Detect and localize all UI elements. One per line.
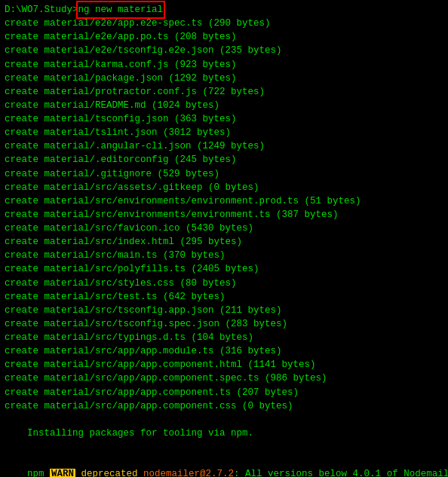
create-label: create <box>5 387 44 398</box>
file-path: material/src/environments/environment.pr… <box>44 196 299 206</box>
file-size: (1292 bytes) <box>163 73 237 84</box>
file-size: (295 bytes) <box>174 237 242 247</box>
file-size: (235 bytes) <box>214 45 282 56</box>
create-line: create material/src/app/app.component.sp… <box>5 372 443 385</box>
create-line: create material/src/test.ts (642 bytes) <box>5 290 443 304</box>
file-size: (0 bytes) <box>237 401 293 411</box>
file-path: material/src/main.ts <box>44 250 158 261</box>
file-size: (2405 bytes) <box>186 264 259 274</box>
create-line: create material/src/styles.css (80 bytes… <box>5 277 443 290</box>
create-label: create <box>5 278 44 289</box>
create-label: create <box>5 332 44 343</box>
file-path: material/src/polyfills.ts <box>44 264 186 274</box>
create-line: create material/e2e/app.e2e-spec.ts (290… <box>5 17 443 30</box>
file-path: material/src/assets/.gitkeep <box>44 182 203 193</box>
create-label: create <box>5 250 44 261</box>
file-size: (51 bytes) <box>299 196 361 206</box>
prompt-path: D:\WO7.Study> <box>5 3 78 17</box>
create-line: create material/src/environments/environ… <box>5 208 443 222</box>
file-path: material/package.json <box>44 73 164 84</box>
file-path: material/e2e/app.po.ts <box>44 32 169 42</box>
file-path: material/src/typings.d.ts <box>44 332 186 343</box>
create-line: create material/e2e/tsconfig.e2e.json (2… <box>5 44 443 57</box>
create-line: create material/tsconfig.json (363 bytes… <box>5 112 443 126</box>
create-line: create material/tslint.json (3012 bytes) <box>5 126 443 139</box>
create-label: create <box>5 32 44 42</box>
file-path: material/protractor.conf.js <box>44 87 198 97</box>
file-size: (3012 bytes) <box>158 127 232 138</box>
file-size: (1024 bytes) <box>146 100 220 111</box>
file-size: (211 bytes) <box>214 305 282 316</box>
create-line: create material/src/app/app.component.ts… <box>5 386 443 399</box>
command-text: ng new material <box>78 3 164 17</box>
create-label: create <box>5 100 44 111</box>
file-size: (363 bytes) <box>169 114 237 124</box>
create-line: create material/src/app/app.component.cs… <box>5 399 443 413</box>
warn-pkgname-1: nodemailer@2.7.2 <box>143 469 234 477</box>
file-path: material/karma.conf.js <box>44 60 169 70</box>
file-path: material/e2e/app.e2e-spec.ts <box>44 18 203 29</box>
file-path: material/src/app/app.component.html <box>44 359 243 370</box>
file-size: (1249 bytes) <box>192 141 265 151</box>
create-line: create material/src/app/app.module.ts (3… <box>5 344 443 358</box>
create-label: create <box>5 373 44 384</box>
file-path: material/src/tsconfig.app.json <box>44 305 214 316</box>
file-size: (387 bytes) <box>271 209 339 220</box>
file-size: (529 bytes) <box>152 169 219 179</box>
warn-pkg-1: deprecated <box>75 469 143 477</box>
create-line: create material/src/assets/.gitkeep (0 b… <box>5 181 443 194</box>
prompt-line: D:\WO7.Study>ng new material <box>5 3 443 17</box>
create-label: create <box>5 292 44 302</box>
create-label: create <box>5 305 44 316</box>
file-path: material/src/styles.css <box>44 278 175 289</box>
terminal-window: D:\WO7.Study>ng new material create mate… <box>0 0 448 477</box>
file-path: material/src/app/app.component.css <box>44 401 237 411</box>
create-label: create <box>5 73 44 84</box>
create-line: create material/.editorconfig (245 bytes… <box>5 153 443 167</box>
installing-line: Installing packages for tooling via npm. <box>5 413 443 454</box>
create-label: create <box>5 154 44 165</box>
file-size: (722 bytes) <box>197 87 265 97</box>
create-lines: create material/e2e/app.e2e-spec.ts (290… <box>5 17 443 413</box>
create-label: create <box>5 45 44 56</box>
file-path: material/src/test.ts <box>44 292 158 302</box>
file-path: material/.gitignore <box>44 169 152 179</box>
warn-msg-1: : All versions below 4.0.1 of Nodemail <box>234 469 448 477</box>
file-path: material/README.md <box>44 100 146 111</box>
file-path: material/tslint.json <box>44 127 158 138</box>
file-path: material/tsconfig.json <box>44 114 169 124</box>
create-label: create <box>5 182 44 193</box>
file-size: (290 bytes) <box>203 18 271 29</box>
file-size: (0 bytes) <box>203 182 259 193</box>
file-path: material/src/index.html <box>44 237 175 247</box>
file-size: (986 bytes) <box>259 373 327 384</box>
file-size: (642 bytes) <box>158 292 226 302</box>
create-label: create <box>5 401 44 411</box>
create-line: create material/src/app/app.component.ht… <box>5 358 443 372</box>
file-size: (207 bytes) <box>231 387 299 398</box>
create-label: create <box>5 196 44 206</box>
create-line: create material/karma.conf.js (923 bytes… <box>5 58 443 72</box>
file-path: material/.angular-cli.json <box>44 141 192 151</box>
file-size: (1141 bytes) <box>242 359 316 370</box>
file-size: (245 bytes) <box>169 154 237 165</box>
warn-line-1: npm WARN deprecated nodemailer@2.7.2: Al… <box>5 454 443 477</box>
file-size: (923 bytes) <box>169 60 237 70</box>
create-label: create <box>5 169 44 179</box>
create-line: create material/src/main.ts (370 bytes) <box>5 249 443 262</box>
file-size: (5430 bytes) <box>180 223 254 234</box>
create-line: create material/src/favicon.ico (5430 by… <box>5 222 443 235</box>
create-line: create material/src/tsconfig.app.json (2… <box>5 304 443 317</box>
create-label: create <box>5 127 44 138</box>
file-path: material/.editorconfig <box>44 154 169 165</box>
file-size: (370 bytes) <box>158 250 226 261</box>
create-line: create material/src/index.html (295 byte… <box>5 235 443 249</box>
create-line: create material/e2e/app.po.ts (208 bytes… <box>5 30 443 44</box>
file-path: material/src/favicon.ico <box>44 223 180 234</box>
file-size: (283 bytes) <box>219 319 287 329</box>
file-size: (208 bytes) <box>169 32 237 42</box>
file-path: material/src/tsconfig.spec.json <box>44 319 220 329</box>
create-label: create <box>5 346 44 356</box>
create-label: create <box>5 18 44 29</box>
warn-badge-1: WARN <box>50 469 75 477</box>
